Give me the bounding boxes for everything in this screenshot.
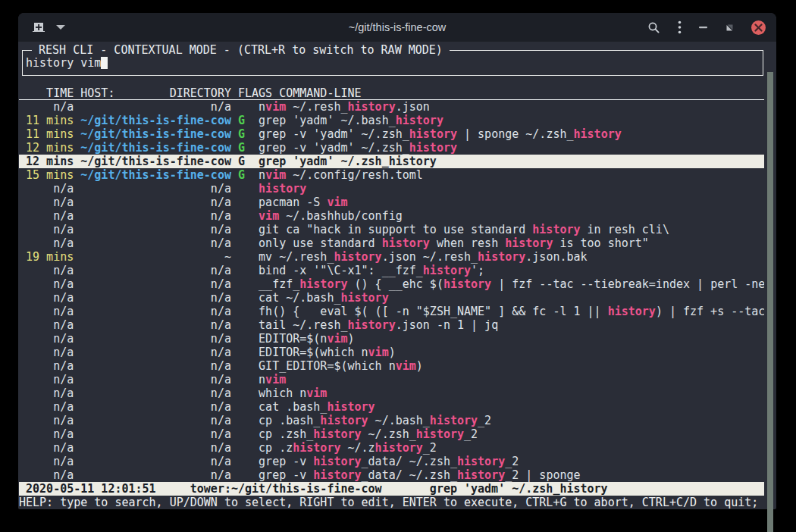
history-row[interactable]: n/a n/a grep -v history_data/ ~/.zsh_his…	[19, 468, 764, 482]
history-row[interactable]: 12 mins ~/git/this-is-fine-cow G grep -v…	[19, 141, 764, 155]
minimize-button[interactable]	[699, 26, 708, 29]
history-row[interactable]: n/a n/a cat .bash_history	[19, 400, 764, 414]
resh-search-box[interactable]: RESH CLI - CONTEXTUAL MODE - (CTRL+R to …	[22, 50, 763, 76]
history-row[interactable]: 11 mins ~/git/this-is-fine-cow G grep 'y…	[19, 114, 764, 127]
terminal-window: ~/git/this-is-fine-cow	[18, 13, 776, 509]
history-row[interactable]: 15 mins ~/git/this-is-fine-cow G nvim ~/…	[19, 168, 764, 182]
resh-mode-title: RESH CLI - CONTEXTUAL MODE - (CTRL+R to …	[32, 43, 450, 57]
search-button[interactable]	[647, 21, 660, 34]
menu-button[interactable]	[678, 20, 682, 34]
history-rows: n/a n/a nvim ~/.resh_history.json 11 min…	[19, 100, 764, 482]
text-cursor	[101, 57, 108, 69]
history-row[interactable]: n/a n/a fh() { eval $( ([ -n "$ZSH_NAME"…	[19, 305, 764, 318]
history-row[interactable]: n/a n/a EDITOR=$(nvim)	[19, 332, 764, 346]
history-row[interactable]: n/a n/a git ca "hack in support to use s…	[19, 223, 764, 236]
history-table: TIME HOST: DIRECTORY FLAGS COMMAND-LINE …	[19, 86, 764, 482]
history-row[interactable]: n/a n/a only use standard history when r…	[19, 236, 764, 250]
table-header: TIME HOST: DIRECTORY FLAGS COMMAND-LINE	[19, 86, 764, 100]
history-row[interactable]: 19 mins ~ mv ~/.resh_history.json ~/.res…	[19, 250, 764, 264]
search-icon	[647, 21, 660, 34]
history-row[interactable]: n/a n/a which nvim	[19, 386, 764, 400]
close-button[interactable]	[751, 20, 766, 35]
minimize-icon	[699, 26, 708, 29]
history-row[interactable]: n/a n/a GIT_EDITOR=$(which nvim)	[19, 359, 764, 373]
history-row[interactable]: n/a n/a history	[19, 182, 764, 196]
history-row[interactable]: n/a n/a nvim ~/.resh_history.json	[19, 100, 764, 114]
close-icon	[754, 23, 763, 32]
terminal-content: RESH CLI - CONTEXTUAL MODE - (CTRL+R to …	[18, 42, 776, 509]
history-row[interactable]: n/a n/a cat ~/.bash_history	[19, 291, 764, 305]
restore-button[interactable]	[725, 23, 734, 32]
history-row[interactable]: n/a n/a grep -v history_data/ ~/.zsh_his…	[19, 455, 764, 468]
history-row-selected[interactable]: 12 mins ~/git/this-is-fine-cow G grep 'y…	[19, 155, 764, 168]
history-row[interactable]: n/a n/a tail ~/.resh_history.json -n 1 |…	[19, 318, 764, 332]
history-row[interactable]: n/a n/a __fzf_history () { __ehc $(histo…	[19, 277, 764, 291]
history-row[interactable]: n/a n/a pacman -S vim	[19, 196, 764, 209]
kebab-menu-icon	[678, 20, 682, 34]
history-row[interactable]: n/a n/a cp .zhistory ~/.zhistory_2	[19, 441, 764, 455]
history-row[interactable]: n/a n/a vim ~/.bashhub/config	[19, 209, 764, 223]
history-row[interactable]: n/a n/a cp .zsh_history ~/.zsh_history_2	[19, 427, 764, 441]
titlebar: ~/git/this-is-fine-cow	[18, 13, 776, 42]
search-input[interactable]: history vim	[26, 56, 108, 70]
search-query-text: history vim	[26, 56, 101, 70]
restore-icon	[725, 23, 734, 32]
history-row[interactable]: n/a n/a nvim	[19, 373, 764, 386]
history-row[interactable]: n/a n/a cp .bash_history ~/.bash_history…	[19, 414, 764, 427]
history-row[interactable]: n/a n/a EDITOR=$(which nvim)	[19, 346, 764, 359]
history-row[interactable]: n/a n/a bind -x '"\C-x1": __fzf_history'…	[19, 264, 764, 277]
help-line: HELP: type to search, UP/DOWN to select,…	[19, 496, 769, 509]
status-bar: 2020-05-11 12:01:51 tower:~/git/this-is-…	[19, 482, 764, 496]
history-row[interactable]: 11 mins ~/git/this-is-fine-cow G grep -v…	[19, 127, 764, 141]
scrollbar[interactable]	[767, 72, 773, 532]
